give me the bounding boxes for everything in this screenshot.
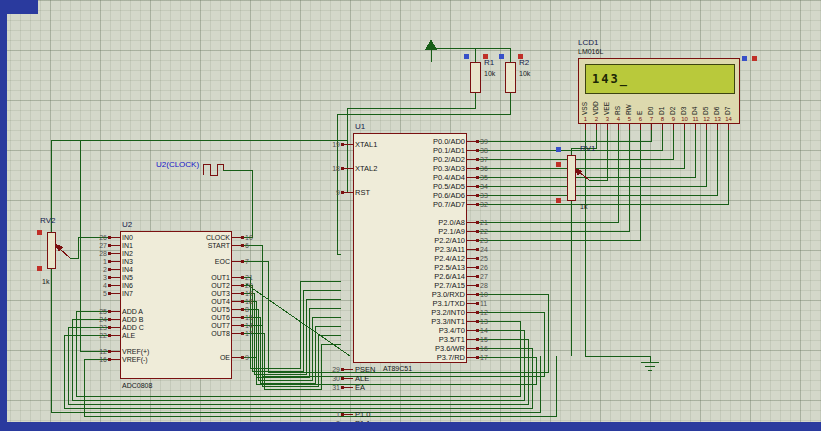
- pin-stub: [467, 258, 479, 259]
- pin-stub: [232, 245, 244, 246]
- pin-stub: [467, 303, 479, 304]
- lcd-body[interactable]: 143_ VSS1VDD2VEE3RS4RW5E6D07D18D29D310D4…: [578, 58, 740, 124]
- lcd-ref: LCD1: [578, 38, 598, 47]
- clock-net-label: U2(CLOCK): [156, 160, 199, 169]
- pin-stub: [232, 317, 244, 318]
- terminal-marker-red: [556, 198, 561, 203]
- pin-stub: [467, 204, 479, 205]
- pin-row: P3.4/T014: [323, 326, 497, 335]
- rv2-value: 1k: [42, 278, 49, 285]
- pin-stub: [467, 312, 479, 313]
- terminal-marker-blue: [464, 54, 469, 59]
- lcd-pin: D07: [646, 95, 657, 122]
- sheet-border-corner: [0, 0, 38, 14]
- u2-value: ADC0808: [122, 382, 152, 389]
- lcd-value: LM016L: [578, 48, 603, 55]
- lcd-pin: D512: [701, 95, 712, 122]
- pin-stub: [467, 159, 479, 160]
- wire-lcd-net[interactable]: [479, 130, 728, 356]
- r1-body[interactable]: [470, 62, 480, 92]
- pin-row: OUT615: [90, 313, 262, 321]
- pin-row: EOC7: [90, 257, 262, 265]
- ground-symbol: [641, 356, 659, 370]
- pin-row: P0.7/AD732: [323, 200, 497, 209]
- wire-clock-net[interactable]: [223, 170, 252, 237]
- lcd-pin: VSS1: [580, 95, 591, 122]
- lcd-pin: RW5: [624, 95, 635, 122]
- r2-body[interactable]: [505, 62, 515, 92]
- adc-u2[interactable]: U2 ADC0808 26IN027IN128IN21IN32IN43IN54I…: [90, 231, 262, 396]
- pin-stub: [467, 267, 479, 268]
- pin-row: P2.6/A1427: [323, 272, 497, 281]
- pin-stub: [232, 237, 244, 238]
- pin-stub: [232, 261, 244, 262]
- lcd-text: 143_: [592, 72, 629, 86]
- u2-pins-clock: CLOCK10START6: [90, 233, 262, 249]
- pin-stub: [467, 186, 479, 187]
- pin-stub: [232, 333, 244, 334]
- u1-pins-p0: P0.0/AD039P0.1/AD138P0.2/AD237P0.3/AD336…: [323, 137, 497, 209]
- mcu-u1[interactable]: U1 AT89C51 19XTAL118XTAL29RST 29PSEN30AL…: [323, 133, 497, 378]
- pin-stub: [467, 294, 479, 295]
- pin-row: START6: [90, 241, 262, 249]
- pin-stub: [341, 387, 353, 388]
- pin-row: OUT220: [90, 281, 262, 289]
- pin-stub: [232, 277, 244, 278]
- pin-row: OUT58: [90, 305, 262, 313]
- lcd-pins: VSS1VDD2VEE3RS4RW5E6D07D18D29D310D411D51…: [580, 95, 734, 122]
- pin-stub: [467, 321, 479, 322]
- pin-stub: [467, 141, 479, 142]
- u1-pins-p2: P2.0/A821P2.1/A922P2.2/A1023P2.3/A1124P2…: [323, 218, 497, 290]
- terminal-marker-blue: [742, 56, 747, 61]
- pin-stub: [467, 357, 479, 358]
- lcd-pin: D714: [723, 95, 734, 122]
- pin-stub: [232, 325, 244, 326]
- rv2-body[interactable]: [47, 232, 55, 268]
- lcd-pin: E6: [635, 95, 646, 122]
- lcd-pin: VEE3: [602, 95, 613, 122]
- pin-stub: [341, 378, 353, 379]
- terminal-marker-blue: [499, 54, 504, 59]
- pin-row: P3.6/WR16: [323, 344, 497, 353]
- lcd-pin: D613: [712, 95, 723, 122]
- pin-row: P3.3/INT113: [323, 317, 497, 326]
- pin-stub: [108, 269, 120, 270]
- pin-row: P2.4/A1225: [323, 254, 497, 263]
- terminal-marker-red: [483, 54, 488, 59]
- lcd-pin: D29: [668, 95, 679, 122]
- lcd-display[interactable]: LCD1 LM016L 143_ VSS1VDD2VEE3RS4RW5E6D07…: [566, 38, 750, 138]
- lcd-screen: 143_: [585, 64, 735, 94]
- lcd-pin: RS4: [613, 95, 624, 122]
- u2-pins-oe: OE9: [90, 353, 262, 361]
- r2-value: 10k: [519, 70, 530, 77]
- terminal-marker-red: [518, 54, 523, 59]
- pin-row: P0.2/AD237: [323, 155, 497, 164]
- u2-pins-out: OUT121OUT220OUT319OUT418OUT58OUT615OUT71…: [90, 273, 262, 337]
- pin-stub: [232, 357, 244, 358]
- r1-ref: R1: [484, 58, 494, 67]
- pin-row: 2IN4: [90, 265, 262, 273]
- r1-value: 10k: [484, 70, 495, 77]
- pin-row: OUT418: [90, 297, 262, 305]
- pin-stub: [232, 301, 244, 302]
- rv1-value: 1k: [580, 203, 587, 210]
- pin-row: P0.0/AD039: [323, 137, 497, 146]
- pin-row: P2.5/A1326: [323, 263, 497, 272]
- sheet-border-left: [0, 0, 7, 431]
- pin-stub: [467, 177, 479, 178]
- clock-waveform-icon: [203, 164, 223, 175]
- rv1-body[interactable]: [567, 155, 575, 200]
- pin-row: P3.2/INT012: [323, 308, 497, 317]
- pin-stub: [467, 240, 479, 241]
- terminal-marker-red: [37, 230, 42, 235]
- pin-row: P2.7/A1528: [323, 281, 497, 290]
- pin-row: P0.4/AD435: [323, 173, 497, 182]
- pin-row: P0.3/AD336: [323, 164, 497, 173]
- pin-stub: [467, 339, 479, 340]
- sheet-border-bottom: [0, 422, 821, 431]
- pin-stub: [467, 168, 479, 169]
- schematic-canvas[interactable]: U1 AT89C51 19XTAL118XTAL29RST 29PSEN30AL…: [0, 0, 821, 431]
- pin-row: P0.1/AD138: [323, 146, 497, 155]
- pin-row: 31EA: [323, 383, 497, 392]
- pin-row: 30ALE: [323, 374, 497, 383]
